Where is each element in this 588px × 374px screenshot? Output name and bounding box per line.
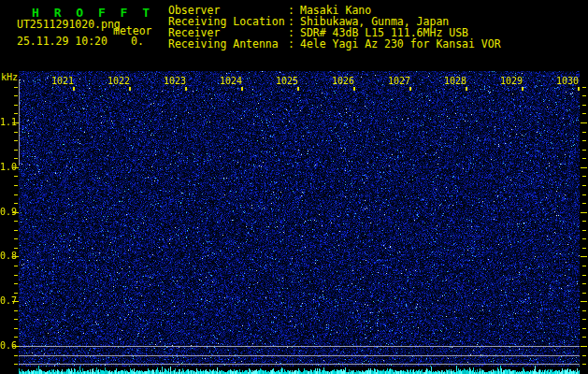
x-minute-tick [578,87,580,91]
y-tick-right [582,328,586,329]
y-tick-left [12,122,19,123]
y-tick-label: 1.1 [0,118,13,127]
y-tick-left [14,194,18,195]
y-tick-left [14,132,18,133]
y-tick-label: 0.7 [0,296,13,306]
y-tick-left [14,230,18,231]
y-tick-right [582,194,586,195]
y-tick-right [582,293,586,294]
y-tick-right [582,158,586,159]
info-row-antenna: Receiving Antenna:4ele Yagi Az 230 for K… [168,38,501,50]
y-tick-left [14,185,18,186]
x-tick-label: 1030 [554,77,579,86]
x-tick-label: 1028 [442,77,466,86]
y-tick-right [582,310,586,311]
y-tick-left [14,355,18,356]
y-tick-right [582,283,586,284]
x-tick-label: 1029 [498,77,523,86]
y-tick-right [582,275,586,276]
x-minute-tick [185,87,187,91]
y-tick-right [582,364,586,365]
x-minute-tick [522,87,523,91]
y-tick-left [14,283,18,284]
spectrogram-canvas [19,71,580,374]
y-tick-right [581,346,587,347]
x-minute-tick [297,87,299,91]
y-tick-right [582,221,586,222]
y-tick-left [12,301,19,302]
y-tick-right [582,319,586,320]
y-tick-left [14,105,18,106]
y-tick-right [582,176,586,177]
info-value: 4ele Yagi Az 230 for Kansai VOR [300,38,501,50]
y-tick-right [582,337,586,338]
y-tick-label: 1.0 [0,163,13,172]
y-tick-left [14,319,18,320]
y-tick-left [14,176,18,177]
y-tick-right [581,167,587,168]
reference-line [19,346,580,347]
reference-line [19,355,580,356]
x-minute-tick [129,87,131,91]
y-tick-right [582,105,586,106]
y-tick-left [14,248,18,249]
x-minute-tick [409,87,411,91]
y-tick-right [582,185,586,186]
x-tick-label: 1025 [274,77,298,86]
y-tick-left [14,203,18,204]
y-tick-left [14,87,18,88]
x-tick-label: 1022 [106,77,130,86]
y-tick-right [582,95,586,96]
x-minute-tick [241,87,243,91]
x-tick-label: 1021 [50,77,74,86]
y-tick-left [14,266,18,266]
y-tick-left [12,256,19,257]
y-tick-right [582,140,586,141]
x-tick-label: 1024 [218,77,242,86]
y-tick-left [14,328,18,329]
y-tick-right [582,266,586,266]
x-minute-tick [466,87,467,91]
x-minute-tick [353,87,355,91]
y-tick-left [14,113,18,114]
y-tick-left [14,293,18,294]
station-info: Observer:Masaki Kano Receiving Location:… [168,5,501,50]
y-tick-left [14,158,18,159]
y-tick-right [582,230,586,231]
y-axis-unit: kHz [1,72,18,82]
y-tick-left [14,150,18,151]
y-tick-left [12,167,19,168]
y-tick-right [581,212,587,213]
y-tick-left [14,364,18,365]
y-tick-right [582,113,586,114]
y-tick-right [582,150,586,151]
y-tick-label: 0.9 [0,208,13,217]
y-tick-left [14,221,18,222]
x-tick-label: 1027 [386,77,410,86]
hrofft-screen: H R O F F T UT2511291020.png meteor 25.1… [0,0,588,374]
y-tick-left [14,95,18,96]
reference-line [19,364,580,365]
y-tick-right [582,248,586,249]
info-colon: : [288,38,300,50]
y-tick-right [581,256,587,257]
y-tick-label: 0.8 [0,252,13,261]
info-label: Receiving Antenna [168,38,288,50]
y-tick-right [582,87,586,88]
capture-datetime: 25.11.29 10:20 [17,35,108,48]
y-tick-left [14,337,18,338]
x-tick-label: 1023 [162,77,186,86]
y-tick-left [14,140,18,141]
y-tick-left [12,212,19,213]
y-tick-right [582,203,586,204]
plot-left-edge-line [19,79,20,165]
y-tick-left [14,238,18,239]
y-tick-label: 0.6 [0,341,13,351]
capture-filename: UT2511291020.png [17,18,121,31]
y-tick-right [581,301,587,302]
y-tick-right [582,238,586,239]
y-tick-left [12,346,19,347]
y-tick-left [14,310,18,311]
y-tick-right [582,132,586,133]
x-minute-tick [73,87,75,91]
